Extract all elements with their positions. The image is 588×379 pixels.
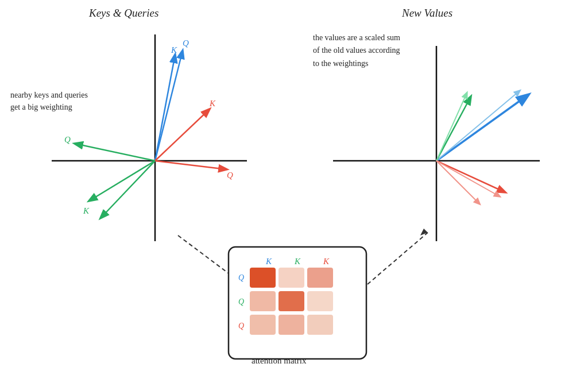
svg-rect-37 — [307, 268, 333, 288]
svg-rect-35 — [250, 268, 276, 288]
svg-text:Q: Q — [64, 135, 71, 144]
svg-line-6 — [75, 144, 155, 161]
svg-line-19 — [436, 96, 471, 161]
svg-text:K: K — [265, 257, 272, 266]
svg-text:K: K — [209, 99, 216, 108]
svg-rect-36 — [278, 268, 304, 288]
svg-line-26 — [368, 233, 428, 284]
diagram-container: Keys & Queries New Values nearby keys an… — [0, 0, 588, 379]
svg-rect-40 — [307, 291, 333, 311]
svg-text:K: K — [323, 257, 330, 266]
svg-text:K: K — [171, 45, 177, 55]
svg-text:Q: Q — [183, 38, 189, 48]
svg-line-22 — [436, 161, 500, 196]
svg-text:K: K — [294, 257, 301, 266]
svg-rect-42 — [278, 315, 304, 335]
svg-rect-38 — [250, 291, 276, 311]
svg-line-23 — [436, 161, 479, 204]
svg-rect-43 — [307, 315, 333, 335]
svg-text:Q: Q — [238, 297, 244, 306]
svg-line-18 — [436, 91, 520, 161]
svg-line-21 — [436, 161, 505, 192]
svg-text:Q: Q — [227, 171, 233, 180]
svg-line-3 — [155, 51, 183, 161]
main-diagram-svg: K Q K Q Q K — [0, 0, 588, 379]
svg-text:K: K — [83, 206, 90, 215]
svg-line-17 — [436, 95, 528, 161]
svg-line-5 — [155, 161, 227, 169]
svg-rect-41 — [250, 315, 276, 335]
svg-marker-27 — [420, 229, 428, 235]
svg-rect-39 — [278, 291, 304, 311]
svg-text:Q: Q — [238, 273, 244, 282]
svg-text:Q: Q — [238, 322, 244, 330]
